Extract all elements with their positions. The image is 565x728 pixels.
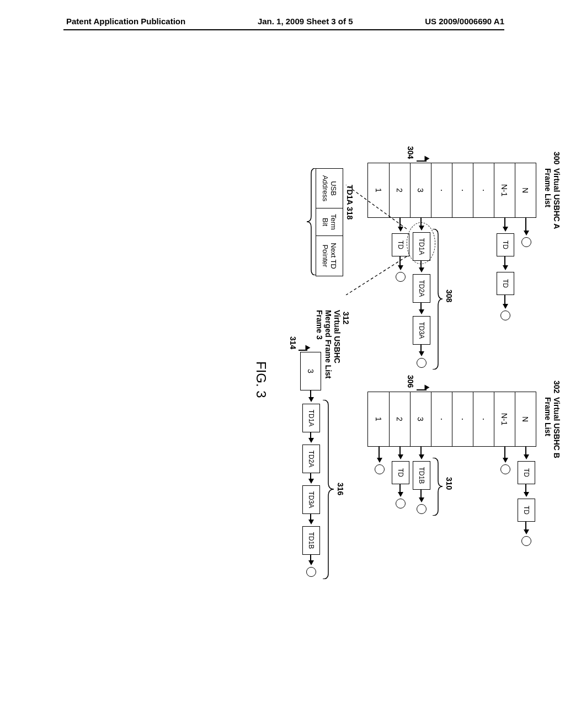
merged-ref: 312 [342,312,350,324]
figure-caption: FIG. 3 [253,361,269,398]
null-circle-icon [396,272,406,282]
page-header: Patent Application Publication Jan. 1, 2… [0,0,565,26]
arrowhead-icon [419,497,424,502]
arrowhead-icon [308,479,314,484]
brace-b-ref: 310 [445,477,454,490]
arrow [505,447,506,459]
td1a-usb-address: USB Address [316,169,343,208]
td1a-term-bit: Term Bit [316,208,343,236]
brace-b-icon [431,458,443,516]
null-circle-icon [396,499,406,508]
null-circle-icon [500,464,510,474]
header-right: US 2009/0006690 A1 [425,17,504,26]
td-box: TD [392,461,409,484]
ptr-b-ref: 306 [406,375,415,388]
merged-brace-ref: 316 [336,483,345,495]
frame-row-dots: · [452,392,473,446]
brace-merged-icon [322,400,334,579]
arrowhead-icon [503,458,508,463]
null-circle-icon [521,536,531,546]
header-rule [63,29,504,30]
td2a-box: TD2A [413,274,430,303]
arrowhead-icon [398,227,403,232]
td-box: TD [497,272,514,295]
td1a-underbrace-icon [307,168,316,275]
frame-row-dots: · [431,392,452,446]
td-box: TD [518,499,535,522]
list-a-ref: 300 [552,152,561,164]
null-circle-icon [521,237,531,247]
null-circle-icon [417,504,427,514]
arrowhead-icon [503,304,508,309]
merged-ptr-ref: 314 [289,336,297,349]
frame-row: 1 [368,392,389,446]
frame-row-dots: · [452,163,473,217]
arrowhead-icon [377,458,382,463]
figure-3-diagram: 300 Virtual USBHC A Frame List N N-1 · ·… [0,152,565,571]
frame-row: 2 [389,392,410,446]
arrowhead-icon [398,492,403,497]
arrowhead-icon [308,397,314,402]
list-a-title: Virtual USBHC A Frame List [543,168,561,229]
frame-row: N-1 [494,392,515,446]
merged-td1b: TD1B [302,526,320,555]
arrowhead-icon [503,265,508,270]
arrowhead-icon [524,529,529,534]
td1a-detail-label: TD1A 318 [345,185,354,220]
arrowhead-icon [419,309,424,314]
merged-frame-3-box: 3 [300,352,321,390]
brace-a-ref: 308 [445,290,454,302]
arrowhead-icon [398,265,403,270]
td-box: TD [392,233,409,256]
td-box: TD [518,461,535,484]
null-circle-icon [306,567,316,577]
td-box: TD [497,233,514,256]
td3a-box: TD3A [413,316,430,345]
arrowhead-icon [398,454,403,459]
frame-row-3: 3 [410,392,431,446]
merged-td1a: TD1A [302,404,320,432]
arrow [379,447,380,459]
frame-row-3: 3 [410,163,431,217]
arrowhead-icon [419,454,424,459]
arrowhead-icon [308,560,314,565]
td1b-box: TD1B [413,461,430,490]
frame-row: N [515,163,536,217]
frame-row-dots: · [473,163,494,217]
list-b-ref: 302 [552,381,561,393]
arrowhead-icon [419,267,424,272]
arrowhead-icon [503,227,508,232]
null-circle-icon [375,464,385,474]
frame-row: N [515,392,536,446]
td1a-detail-box: USB Address Term Bit Next TD Pointer [316,168,343,276]
arrowhead-icon [524,454,529,459]
merged-td2a: TD2A [302,445,320,473]
header-left: Patent Application Publication [66,17,185,26]
frame-row: N-1 [494,163,515,217]
frame-row-dots: · [473,392,494,446]
arrowhead-icon [524,231,529,235]
frame-row-dots: · [431,163,452,217]
td1a-next-td: Next TD Pointer [316,236,343,276]
arrowhead-icon [308,438,314,443]
header-mid: Jan. 1, 2009 Sheet 3 of 5 [258,17,353,26]
arrow [526,218,527,232]
null-circle-icon [500,311,510,320]
ptr-a-ref: 304 [406,146,415,159]
list-b-title: Virtual USBHC B Frame List [543,397,561,458]
arrowhead-icon [308,520,314,524]
merged-td3a: TD3A [302,485,320,514]
arrowhead-icon [419,351,424,356]
arrowhead-icon [524,492,529,497]
null-circle-icon [417,358,427,368]
frame-list-b: N N-1 · · · 3 2 1 [367,392,536,447]
